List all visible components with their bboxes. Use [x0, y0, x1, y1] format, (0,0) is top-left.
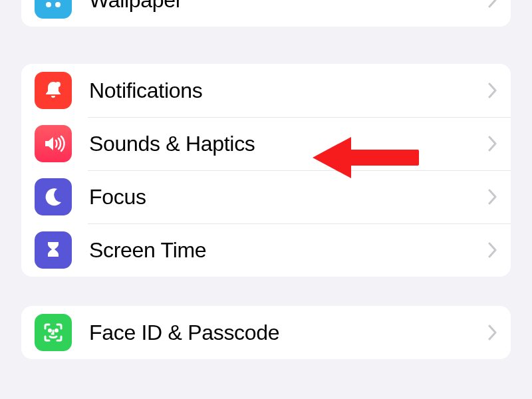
svg-point-3: [55, 2, 61, 7]
chevron-right-icon: [488, 82, 497, 98]
settings-group-security: Face ID & Passcode: [21, 306, 511, 359]
svg-point-6: [56, 330, 58, 332]
svg-point-2: [46, 2, 51, 7]
chevron-right-icon: [488, 136, 497, 152]
settings-row-label: Sounds & Haptics: [89, 132, 488, 156]
settings-group-attention: Notifications Sounds & Haptics Focus Scr…: [21, 64, 511, 277]
chevron-right-icon: [488, 0, 497, 8]
settings-row-notifications[interactable]: Notifications: [21, 64, 511, 117]
chevron-right-icon: [488, 189, 497, 205]
wallpaper-icon: [35, 0, 72, 19]
hourglass-icon: [35, 231, 72, 269]
svg-point-4: [55, 82, 61, 87]
settings-row-sounds-haptics[interactable]: Sounds & Haptics: [21, 117, 511, 170]
faceid-icon: [35, 314, 72, 351]
speaker-icon: [35, 125, 72, 162]
settings-row-label: Notifications: [89, 78, 488, 103]
settings-row-screen-time[interactable]: Screen Time: [21, 223, 511, 277]
moon-icon: [35, 178, 72, 215]
svg-point-5: [49, 330, 51, 332]
settings-row-focus[interactable]: Focus: [21, 170, 511, 223]
settings-row-label: Screen Time: [89, 238, 488, 263]
settings-row-label: Wallpaper: [89, 0, 488, 13]
settings-row-wallpaper[interactable]: Wallpaper: [21, 0, 511, 27]
bell-icon: [35, 72, 72, 109]
settings-row-label: Face ID & Passcode: [89, 321, 488, 345]
settings-row-label: Focus: [89, 185, 488, 209]
settings-group-display: Wallpaper: [21, 0, 511, 27]
chevron-right-icon: [488, 242, 497, 258]
chevron-right-icon: [488, 325, 497, 340]
settings-row-faceid-passcode[interactable]: Face ID & Passcode: [21, 306, 511, 359]
